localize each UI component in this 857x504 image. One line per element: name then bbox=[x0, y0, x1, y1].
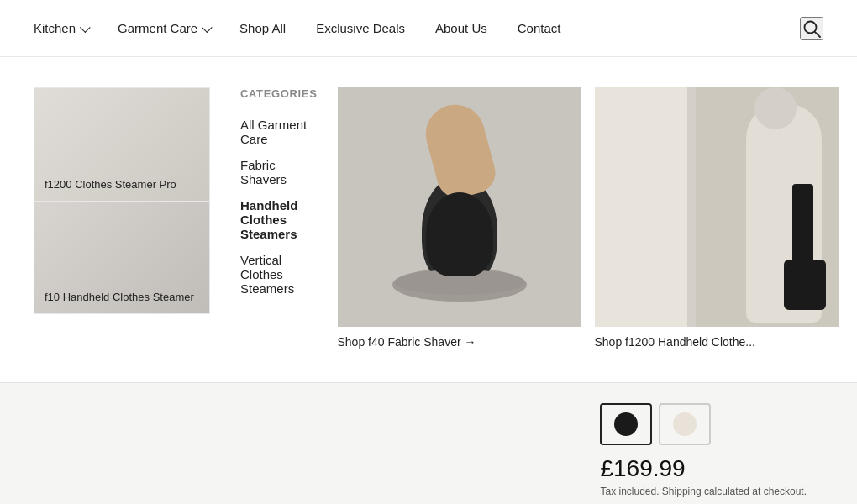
svg-line-1 bbox=[815, 31, 820, 36]
feature-caption-f40: Shop f40 Fabric Shaver → bbox=[338, 335, 581, 349]
person-head bbox=[754, 87, 797, 129]
feature-image-f1200 bbox=[595, 87, 839, 327]
nav-about-us[interactable]: About Us bbox=[435, 21, 487, 35]
chevron-down-icon bbox=[79, 26, 87, 31]
product-thumb-f10[interactable]: f10 Handheld Clothes Steamer bbox=[34, 201, 210, 314]
categories-list: All Garment Care Fabric Shavers Handheld… bbox=[240, 113, 318, 300]
chevron-down-icon bbox=[201, 26, 209, 31]
swatch-dark[interactable] bbox=[600, 403, 652, 445]
color-swatches bbox=[600, 403, 807, 445]
main-nav: Kitchen Garment Care Shop All Exclusive … bbox=[34, 21, 560, 35]
product-thumbnail-list: f1200 Clothes Steamer Pro f10 Handheld C… bbox=[34, 87, 210, 349]
header: Kitchen Garment Care Shop All Exclusive … bbox=[0, 0, 857, 57]
search-icon bbox=[802, 19, 821, 38]
swatch-light[interactable] bbox=[659, 403, 711, 445]
nav-shop-all[interactable]: Shop All bbox=[239, 21, 286, 35]
categories-title: Categories bbox=[240, 87, 318, 100]
search-button[interactable] bbox=[800, 17, 823, 40]
hand-shape bbox=[418, 98, 499, 202]
category-vertical-steamers[interactable]: Vertical Clothes Steamers bbox=[240, 249, 318, 300]
feature-card-f1200-handheld[interactable]: Shop f1200 Handheld Clothe... bbox=[595, 87, 839, 349]
garment-care-dropdown: f1200 Clothes Steamer Pro f10 Handheld C… bbox=[0, 57, 857, 383]
feature-caption-f1200-handheld: Shop f1200 Handheld Clothe... bbox=[595, 335, 839, 349]
category-fabric-shavers[interactable]: Fabric Shavers bbox=[240, 154, 318, 191]
category-handheld-steamers[interactable]: Handheld Clothes Steamers bbox=[240, 194, 318, 245]
feature-image-f40 bbox=[338, 87, 581, 327]
price-value: £169.99 bbox=[600, 455, 807, 482]
price-section: £169.99 Tax included. Shipping calculate… bbox=[0, 403, 857, 504]
categories-column: Categories All Garment Care Fabric Shave… bbox=[210, 87, 318, 349]
category-all-garment-care[interactable]: All Garment Care bbox=[240, 113, 318, 150]
swatch-dark-circle bbox=[614, 412, 638, 436]
nav-exclusive-deals[interactable]: Exclusive Deals bbox=[316, 21, 405, 35]
nav-garment-care[interactable]: Garment Care bbox=[118, 21, 209, 35]
steamer-base bbox=[784, 260, 826, 310]
product-thumb-f1200[interactable]: f1200 Clothes Steamer Pro bbox=[34, 87, 210, 201]
nav-contact[interactable]: Contact bbox=[518, 21, 561, 35]
price-note: Tax included. Shipping calculated at che… bbox=[600, 486, 807, 497]
feature-card-f40[interactable]: Shop f40 Fabric Shaver → bbox=[338, 87, 581, 349]
price-area: £169.99 Tax included. Shipping calculate… bbox=[600, 403, 807, 497]
feature-images-row: Shop f40 Fabric Shaver → Shop f1200 Hand… bbox=[338, 87, 839, 349]
nav-kitchen[interactable]: Kitchen bbox=[34, 21, 87, 35]
shipping-link[interactable]: Shipping bbox=[662, 486, 702, 497]
swatch-light-circle bbox=[673, 412, 697, 436]
device-body bbox=[426, 192, 493, 276]
